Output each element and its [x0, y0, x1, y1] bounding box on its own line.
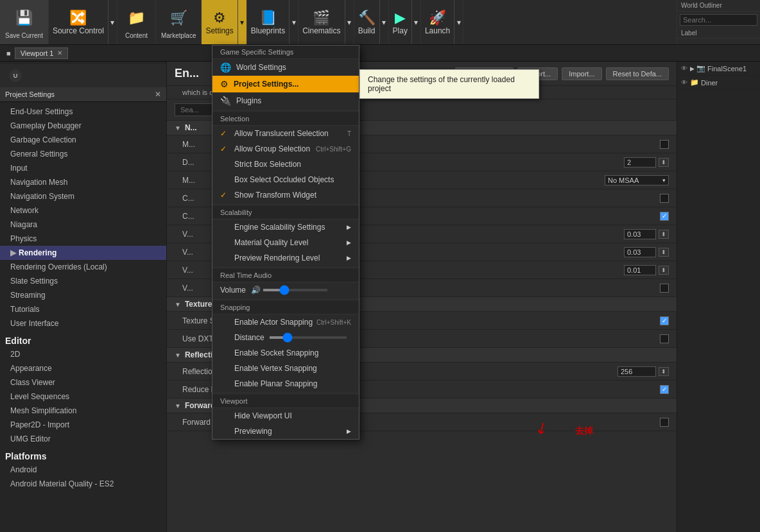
save-current-button[interactable]: 💾 Save Current — [0, 0, 49, 44]
spin-btn-v3[interactable]: ⬍ — [659, 266, 669, 275]
enable-planar-snapping-item[interactable]: ✓ Enable Planar Snapping — [212, 376, 359, 391]
setting-checkbox-c1[interactable] — [660, 194, 669, 203]
forward-shading-checkbox[interactable] — [660, 418, 669, 427]
marketplace-button[interactable]: 🛒 Marketplace — [156, 0, 202, 44]
sidebar-item-2d[interactable]: 2D — [0, 347, 166, 361]
sidebar-item-rendering-overrides[interactable]: Rendering Overrides (Local) — [0, 260, 166, 274]
settings-arrow[interactable]: ▾ — [238, 0, 246, 44]
ue-logo: U — [9, 69, 22, 82]
engine-scalability-item[interactable]: Engine Scalability Settings — [212, 219, 359, 235]
launch-label: Launch — [425, 26, 450, 35]
import-button[interactable]: Import... — [562, 67, 601, 80]
launch-button[interactable]: 🚀 Launch ▾ — [421, 0, 463, 44]
blueprints-button[interactable]: 📘 Blueprints ▾ — [247, 0, 298, 44]
spin-btn-v2[interactable]: ⬍ — [659, 248, 669, 257]
sidebar-item-user-interface[interactable]: User Interface — [0, 316, 166, 330]
setting-checkbox-m1[interactable] — [660, 140, 669, 149]
finalscene-folder-icon: 📷 — [696, 64, 705, 73]
volume-slider[interactable] — [263, 289, 327, 291]
setting-input-d1[interactable] — [624, 157, 656, 167]
setting-checkbox-c2[interactable] — [660, 212, 669, 221]
dxt5-checkbox[interactable] — [660, 334, 669, 343]
source-control-button[interactable]: 🔀 Source Control ▾ — [49, 0, 117, 44]
build-main[interactable]: 🔨 Build — [354, 0, 379, 44]
enable-socket-snapping-item[interactable]: ✓ Enable Socket Snapping — [212, 345, 359, 361]
right-panel-item-finalscene[interactable]: 👁 ▶ 📷 FinalScene1 — [677, 62, 760, 76]
reflection-res-spin[interactable]: ⬍ — [659, 367, 669, 376]
project-settings-item[interactable]: ⚙ Project Settings... — [212, 76, 359, 92]
setting-input-v1[interactable] — [624, 229, 656, 239]
blueprints-main[interactable]: 📘 Blueprints — [247, 0, 289, 44]
play-arrow[interactable]: ▾ — [411, 0, 420, 44]
reflection-res-input[interactable] — [618, 366, 656, 377]
sidebar-item-level-sequences[interactable]: Level Sequences — [0, 390, 166, 404]
preview-rendering-item[interactable]: Preview Rendering Level — [212, 250, 359, 266]
cinematics-button[interactable]: 🎬 Cinematics ▾ — [298, 0, 354, 44]
sidebar-item-niagara[interactable]: Niagara — [0, 218, 166, 232]
sidebar-item-android-es2[interactable]: Android Material Quality - ES2 — [0, 477, 166, 491]
sidebar-item-garbage-collection[interactable]: Garbage Collection — [0, 133, 166, 147]
cinematics-main[interactable]: 🎬 Cinematics — [298, 0, 344, 44]
viewport-tab[interactable]: Viewport 1 ✕ — [15, 47, 69, 59]
play-button[interactable]: ▶ Play ▾ — [389, 0, 421, 44]
hide-viewport-ui-item[interactable]: ✓ Hide Viewport UI — [212, 408, 359, 424]
sidebar-item-class-viewer[interactable]: Class Viewer — [0, 375, 166, 390]
launch-arrow[interactable]: ▾ — [454, 0, 463, 44]
world-outliner-search[interactable] — [680, 14, 757, 26]
settings-button[interactable]: ⚙ Settings ▾ — [202, 0, 246, 44]
plugins-item[interactable]: 🔌 Plugins — [212, 92, 359, 109]
sidebar-item-slate-settings[interactable]: Slate Settings — [0, 274, 166, 288]
world-settings-item[interactable]: 🌐 World Settings — [212, 59, 359, 76]
sidebar-item-navigation-mesh[interactable]: Navigation Mesh — [0, 175, 166, 189]
enable-vertex-snapping-item[interactable]: ✓ Enable Vertex Snapping — [212, 361, 359, 376]
build-button[interactable]: 🔨 Build ▾ — [354, 0, 389, 44]
sidebar-item-general-settings[interactable]: General Settings — [0, 147, 166, 161]
viewport-tab-close[interactable]: ✕ — [57, 49, 62, 56]
sidebar-item-rendering[interactable]: ▶ Rendering — [0, 246, 166, 260]
allow-translucent-shortcut: T — [347, 130, 351, 137]
sidebar-item-umg-editor[interactable]: UMG Editor — [0, 432, 166, 446]
enable-actor-snapping-item[interactable]: ✓ Enable Actor Snapping Ctrl+Shift+K — [212, 314, 359, 330]
launch-main[interactable]: 🚀 Launch — [421, 0, 454, 44]
msaa-dropdown[interactable]: No MSAA ▾ — [605, 175, 669, 185]
sidebar-item-tutorials[interactable]: Tutorials — [0, 302, 166, 316]
sidebar-item-gameplay-debugger[interactable]: Gameplay Debugger — [0, 119, 166, 133]
sidebar-item-appearance[interactable]: Appearance — [0, 361, 166, 375]
project-settings-close[interactable]: ✕ — [155, 90, 161, 99]
blueprints-arrow[interactable]: ▾ — [289, 0, 298, 44]
allow-translucent-item[interactable]: ✓ Allow Translucent Selection T — [212, 126, 359, 141]
spin-btn-d1[interactable]: ⬍ — [659, 158, 669, 167]
allow-group-item[interactable]: ✓ Allow Group Selection Ctrl+Shift+G — [212, 141, 359, 157]
sidebar-item-network[interactable]: Network — [0, 203, 166, 218]
play-main[interactable]: ▶ Play — [389, 0, 411, 44]
setting-input-v2[interactable] — [624, 247, 656, 257]
sidebar-item-input[interactable]: Input — [0, 161, 166, 175]
sidebar-item-android[interactable]: Android — [0, 463, 166, 477]
sidebar-item-end-user[interactable]: End-User Settings — [0, 105, 166, 119]
show-transform-item[interactable]: ✓ Show Transform Widget — [212, 187, 359, 203]
spin-btn-v1[interactable]: ⬍ — [659, 230, 669, 239]
sidebar-item-mesh-simplification[interactable]: Mesh Simplification — [0, 404, 166, 418]
sidebar-item-navigation-system[interactable]: Navigation System — [0, 189, 166, 203]
sidebar-item-streaming[interactable]: Streaming — [0, 288, 166, 302]
sidebar-item-paper2d[interactable]: Paper2D - Import — [0, 418, 166, 432]
cinematics-label: Cinematics — [302, 26, 340, 35]
previewing-item[interactable]: Previewing — [212, 424, 359, 439]
build-arrow[interactable]: ▾ — [379, 0, 388, 44]
texture-streaming-checkbox[interactable] — [660, 316, 669, 325]
box-occluded-item[interactable]: ✓ Box Select Occluded Objects — [212, 172, 359, 187]
distance-slider[interactable] — [270, 336, 347, 339]
settings-main[interactable]: ⚙ Settings — [202, 0, 237, 44]
setting-checkbox-v4[interactable] — [660, 284, 669, 293]
reset-to-default-button[interactable]: Reset to Defa... — [606, 67, 669, 80]
strict-box-item[interactable]: ✓ Strict Box Selection — [212, 157, 359, 172]
source-control-arrow[interactable]: ▾ — [108, 0, 117, 44]
material-quality-item[interactable]: Material Quality Level — [212, 235, 359, 250]
right-panel-item-diner[interactable]: 👁 📁 Diner — [677, 76, 760, 90]
setting-input-v3[interactable] — [624, 265, 656, 275]
sidebar-item-physics[interactable]: Physics — [0, 232, 166, 246]
lightmap-checkbox[interactable] — [660, 385, 669, 394]
content-button[interactable]: 📁 Content — [117, 0, 156, 44]
source-control-main[interactable]: 🔀 Source Control — [49, 0, 108, 44]
cinematics-arrow[interactable]: ▾ — [345, 0, 354, 44]
